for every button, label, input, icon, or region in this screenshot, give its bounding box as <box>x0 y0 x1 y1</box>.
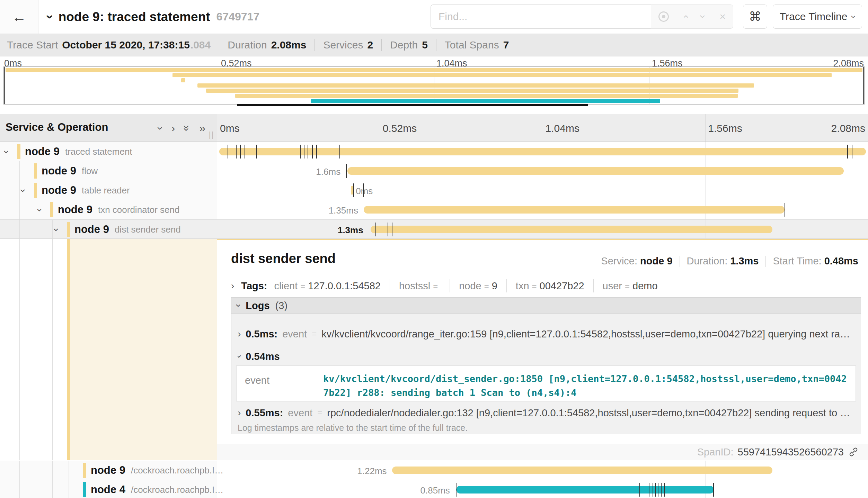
minimap-canvas[interactable] <box>3 66 865 105</box>
start-time-label: Start Time: <box>773 255 821 266</box>
collapse-trace-chevron-icon[interactable]: › <box>43 15 57 19</box>
indent-guide <box>3 220 3 238</box>
log-tick <box>256 145 257 159</box>
log-timestamp: 0.54ms <box>246 351 280 362</box>
selected-span-accent-area <box>70 239 217 460</box>
log-entry-collapsed[interactable]: › 0.55ms: event = rpc/nodedialer/nodedia… <box>238 404 854 422</box>
log-tick <box>308 145 308 159</box>
logs-header[interactable]: › Logs (3) <box>231 298 861 314</box>
service-name: node 9 <box>58 203 92 216</box>
span-row-roachpb-node9[interactable]: 1.22ms node 9 /cockroach.roachpb.I… <box>0 461 868 480</box>
minimap-right-scrubber[interactable] <box>863 67 864 104</box>
divider <box>390 279 390 292</box>
view-selector-button[interactable]: Trace Timeline › <box>773 4 862 29</box>
copy-link-icon[interactable] <box>848 446 859 458</box>
indent-guide <box>36 461 36 480</box>
span-detail-panel: dist sender send Service:node 9 Duration… <box>217 239 868 460</box>
span-row-timeline <box>217 142 868 161</box>
collapse-chevron-icon[interactable]: › <box>51 228 62 231</box>
indent-guide <box>36 480 36 498</box>
service-name: node 9 <box>42 165 76 177</box>
log-timestamp: 0.55ms: <box>246 407 283 419</box>
span-bar[interactable] <box>347 167 844 175</box>
trace-total-spans: Total Spans 7 <box>445 39 509 51</box>
tag-value: 127.0.0.1:54582 <box>308 280 381 291</box>
find-prev-icon[interactable]: › <box>680 15 690 18</box>
spanid-label: SpanID: <box>697 446 734 458</box>
service-color-bar <box>67 239 70 460</box>
span-name-cell[interactable]: › node 9 traced statement <box>0 142 217 161</box>
expand-one-icon[interactable]: › <box>171 122 175 135</box>
log-expand-chevron-icon[interactable]: › <box>238 407 241 418</box>
span-name-cell[interactable]: node 9 /cockroach.roachpb.I… <box>0 461 217 480</box>
log-entry-collapsed[interactable]: › 0.5ms: event = kv/kvclient/kvcoord/ran… <box>238 325 854 343</box>
span-name-cell[interactable]: node 9 flow <box>0 161 217 181</box>
log-tick <box>236 145 237 159</box>
service-color-bar <box>67 222 70 237</box>
find-clear-icon[interactable]: × <box>719 11 726 22</box>
divider <box>680 256 680 267</box>
expand-all-icon[interactable]: » <box>199 122 205 135</box>
trace-services: Services 2 <box>323 39 373 51</box>
span-row-roachpb-node4[interactable]: 0.85ms node 4 /cockroach.roachpb.I… <box>0 480 868 498</box>
log-collapse-chevron-icon[interactable]: › <box>238 355 245 358</box>
find-input[interactable] <box>431 4 651 29</box>
minimap-left-scrubber[interactable] <box>4 67 5 104</box>
back-button[interactable]: ← <box>0 0 38 34</box>
column-resize-handle[interactable]: || <box>209 130 214 139</box>
tags-row[interactable]: › Tags: client=127.0.0.1:54582 hostssl= … <box>231 278 658 294</box>
collapse-chevron-icon[interactable]: › <box>18 189 29 192</box>
collapse-all-icon[interactable]: » <box>181 125 194 132</box>
span-name-cell[interactable]: › node 9 table reader <box>0 181 217 200</box>
service-name: node 4 <box>91 483 125 496</box>
indent-guide <box>3 200 3 219</box>
span-row-table-reader[interactable]: 0ms › node 9 table reader <box>0 181 868 200</box>
chevron-down-icon: › <box>848 15 859 18</box>
log-key: event <box>282 328 307 340</box>
tags-expand-chevron-icon[interactable]: › <box>231 280 234 291</box>
span-bar[interactable] <box>456 486 714 494</box>
log-tick <box>847 145 848 159</box>
collapse-chevron-icon[interactable]: › <box>1 150 12 153</box>
collapse-one-icon[interactable]: › <box>154 126 167 130</box>
collapse-chevron-icon[interactable]: › <box>34 208 45 211</box>
log-tick <box>304 145 304 159</box>
find-next-icon[interactable]: › <box>698 15 708 18</box>
span-row-dist-sender-send[interactable]: 1.3ms › node 9 dist sender send <box>0 219 868 239</box>
axis-tick-label: 1.56ms <box>708 123 742 134</box>
tag-key: user <box>603 280 622 291</box>
service-color-bar <box>34 163 37 179</box>
span-row-timeline: 1.22ms <box>217 461 868 480</box>
span-bar[interactable] <box>371 226 772 233</box>
minimap-selected-range[interactable] <box>237 104 588 106</box>
trace-depth: Depth 5 <box>390 39 428 51</box>
span-name-cell[interactable]: › node 9 txn coordinator send <box>0 200 217 219</box>
gridline <box>380 480 380 498</box>
span-row-timeline: 1.35ms <box>217 200 868 219</box>
minimap-span-bar <box>197 83 754 88</box>
tag-equals: = <box>484 282 489 291</box>
keyboard-shortcuts-button[interactable]: ⌘ <box>743 4 767 29</box>
command-icon: ⌘ <box>749 9 761 24</box>
span-row-flow[interactable]: 1.6ms node 9 flow <box>0 161 868 181</box>
indent-guide <box>3 461 3 480</box>
log-entry-expanded-header[interactable]: › 0.54ms <box>238 349 854 364</box>
log-expand-chevron-icon[interactable]: › <box>238 328 241 339</box>
span-bar[interactable] <box>392 467 772 474</box>
service-color-bar <box>17 144 20 159</box>
tag-value: demo <box>632 280 658 291</box>
span-row-traced-statement[interactable]: › node 9 traced statement <box>0 142 868 161</box>
service-label: Service: <box>601 255 637 266</box>
span-detail-title: dist sender send <box>231 251 336 266</box>
locate-icon[interactable] <box>658 11 669 22</box>
span-name-cell[interactable]: › node 9 dist sender send <box>0 220 217 238</box>
service-name: node 9 <box>25 145 60 158</box>
tag-equals: = <box>433 282 438 291</box>
span-row-txn-coordinator-send[interactable]: 1.35ms › node 9 txn coordinator send <box>0 200 868 219</box>
span-name-cell[interactable]: node 4 /cockroach.roachpb.I… <box>0 480 217 498</box>
span-bar[interactable] <box>364 206 785 214</box>
span-duration-label: 1.35ms <box>329 205 358 216</box>
tags-label: Tags: <box>241 280 267 292</box>
trace-id: 6749717 <box>216 10 260 23</box>
log-tick <box>664 483 665 497</box>
